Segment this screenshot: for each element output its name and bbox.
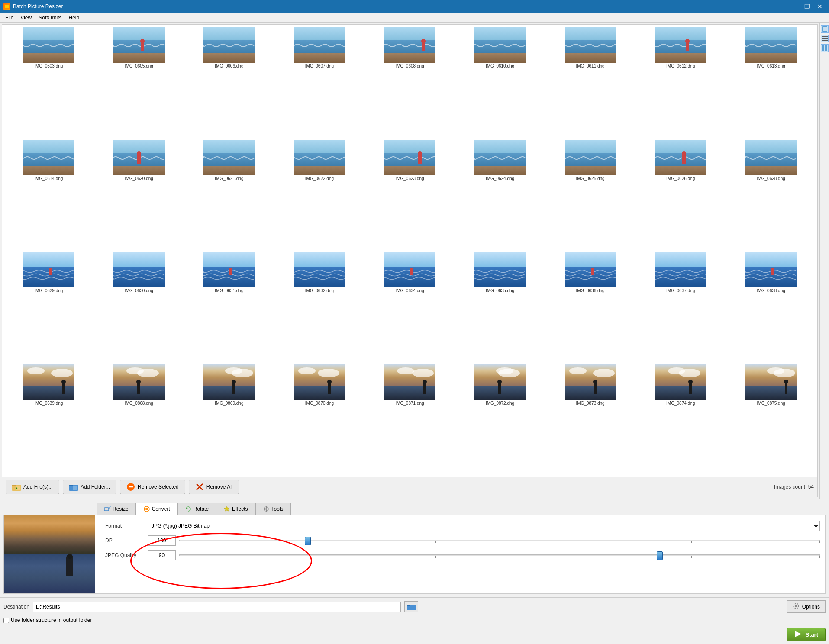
menu-bar: File View SoftOrbits Help — [0, 13, 829, 23]
list-item[interactable]: IMG_0872.dng — [455, 364, 545, 475]
list-item[interactable]: IMG_0631.dng — [184, 251, 274, 363]
thumbnail-label: IMG_0868.dng — [125, 401, 153, 406]
remove-all-label: Remove All — [206, 484, 233, 490]
list-item[interactable]: IMG_0620.dng — [94, 139, 184, 251]
view-large-icon[interactable] — [821, 25, 829, 33]
start-button[interactable]: Start — [787, 628, 826, 641]
list-item[interactable]: IMG_0605.dng — [94, 26, 184, 138]
list-item[interactable]: IMG_0603.dng — [4, 26, 94, 138]
menu-view[interactable]: View — [17, 14, 35, 22]
thumbnail-label: IMG_0606.dng — [215, 64, 243, 68]
svg-rect-30 — [263, 509, 265, 509]
remove-selected-button[interactable]: Remove Selected — [120, 480, 185, 494]
close-button[interactable]: ✕ — [814, 2, 826, 11]
dpi-label: DPI — [105, 538, 144, 544]
menu-help[interactable]: Help — [65, 14, 83, 22]
list-item[interactable]: IMG_0871.dng — [365, 364, 455, 475]
list-item[interactable]: IMG_0634.dng — [365, 251, 455, 363]
list-item[interactable]: IMG_0606.dng — [184, 26, 274, 138]
thumbnail-canvas — [23, 252, 74, 287]
list-item[interactable]: IMG_0868.dng — [94, 364, 184, 475]
list-item[interactable]: IMG_0638.dng — [726, 251, 816, 363]
tab-rotate[interactable]: Rotate — [177, 503, 216, 515]
tab-convert[interactable]: Convert — [136, 503, 177, 515]
folder-structure-checkbox[interactable] — [3, 618, 9, 623]
destination-label: Destination — [3, 604, 29, 610]
thumbnail-canvas — [203, 27, 255, 63]
thumbnail-canvas — [384, 252, 435, 287]
dpi-input[interactable]: 100 — [148, 535, 176, 546]
list-item[interactable]: IMG_0639.dng — [4, 364, 94, 475]
list-item[interactable]: IMG_0611.dng — [545, 26, 635, 138]
list-item[interactable]: IMG_0632.dng — [275, 251, 365, 363]
list-item[interactable]: IMG_0607.dng — [275, 26, 365, 138]
thumbnail-label: IMG_0611.dng — [576, 64, 605, 68]
remove-all-button[interactable]: Remove All — [189, 480, 239, 494]
minimize-button[interactable]: — — [788, 2, 800, 11]
dpi-slider-thumb[interactable] — [305, 537, 311, 545]
view-grid-icon[interactable] — [821, 44, 829, 52]
thumbnail-label: IMG_0632.dng — [305, 288, 334, 293]
tab-rotate-label: Rotate — [194, 506, 209, 512]
destination-browse-button[interactable] — [404, 601, 418, 612]
thumbnail-canvas — [745, 27, 797, 63]
svg-rect-7 — [69, 485, 73, 486]
list-item[interactable]: IMG_0870.dng — [275, 364, 365, 475]
dpi-slider[interactable] — [179, 535, 820, 546]
add-files-button[interactable]: + Add File(s)... — [6, 480, 59, 494]
list-item[interactable]: IMG_0628.dng — [726, 139, 816, 251]
jpeg-slider[interactable] — [179, 550, 820, 560]
thumbnail-canvas — [565, 27, 616, 63]
jpeg-slider-thumb[interactable] — [657, 551, 663, 560]
list-item[interactable]: IMG_0626.dng — [636, 139, 726, 251]
list-item[interactable]: IMG_0624.dng — [455, 139, 545, 251]
list-item[interactable]: IMG_0608.dng — [365, 26, 455, 138]
list-item[interactable]: IMG_0869.dng — [184, 364, 274, 475]
list-item[interactable]: IMG_0636.dng — [545, 251, 635, 363]
list-item[interactable]: IMG_0612.dng — [636, 26, 726, 138]
list-item[interactable]: IMG_0875.dng — [726, 364, 816, 475]
list-item[interactable]: IMG_0614.dng — [4, 139, 94, 251]
thumbnail-label: IMG_0872.dng — [486, 401, 514, 406]
list-item[interactable]: IMG_0610.dng — [455, 26, 545, 138]
format-select[interactable]: JPG (*.jpg) JPEG Bitmap — [148, 521, 820, 531]
menu-softorbits[interactable]: SoftOrbits — [35, 14, 65, 22]
destination-input[interactable] — [33, 602, 401, 612]
view-list-icon[interactable] — [821, 35, 829, 42]
add-folder-button[interactable]: Add Folder... — [63, 480, 116, 494]
thumbnail-label: IMG_0635.dng — [486, 288, 514, 293]
jpeg-quality-label: JPEG Quality — [105, 552, 144, 558]
thumbnail-canvas — [745, 364, 797, 400]
thumbnail-canvas — [745, 140, 797, 175]
jpeg-quality-input[interactable] — [148, 550, 176, 560]
thumbnail-label: IMG_0614.dng — [34, 176, 63, 181]
list-item[interactable]: IMG_0625.dng — [545, 139, 635, 251]
list-item[interactable]: IMG_0635.dng — [455, 251, 545, 363]
list-item[interactable]: IMG_0874.dng — [636, 364, 726, 475]
thumbnail-canvas — [294, 140, 345, 175]
thumbnail-canvas — [113, 364, 165, 400]
options-button[interactable]: Options — [787, 600, 826, 613]
maximize-button[interactable]: ❐ — [801, 2, 813, 11]
list-item[interactable]: IMG_0613.dng — [726, 26, 816, 138]
svg-rect-16 — [822, 38, 828, 39]
list-item[interactable]: IMG_0637.dng — [636, 251, 726, 363]
add-files-label: Add File(s)... — [23, 484, 53, 490]
thumbnail-canvas — [474, 252, 526, 287]
preview-image — [4, 515, 95, 593]
format-row: Format JPG (*.jpg) JPEG Bitmap — [105, 521, 820, 531]
title-bar: Batch Picture Resizer — ❐ ✕ — [0, 0, 829, 13]
list-item[interactable]: IMG_0630.dng — [94, 251, 184, 363]
list-item[interactable]: IMG_0623.dng — [365, 139, 455, 251]
menu-file[interactable]: File — [2, 14, 17, 22]
thumbnail-canvas — [655, 27, 706, 63]
add-folder-label: Add Folder... — [81, 484, 110, 490]
list-item[interactable]: IMG_0873.dng — [545, 364, 635, 475]
tab-tools[interactable]: Tools — [255, 503, 291, 515]
list-item[interactable]: IMG_0629.dng — [4, 251, 94, 363]
tab-effects[interactable]: Effects — [216, 503, 255, 515]
thumbnail-label: IMG_0873.dng — [576, 401, 605, 406]
tab-resize[interactable]: Resize — [97, 503, 136, 515]
list-item[interactable]: IMG_0621.dng — [184, 139, 274, 251]
list-item[interactable]: IMG_0622.dng — [275, 139, 365, 251]
